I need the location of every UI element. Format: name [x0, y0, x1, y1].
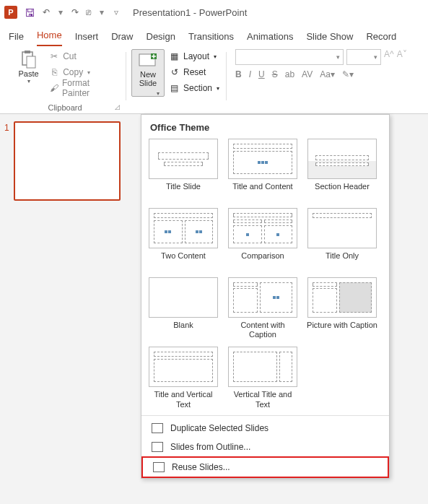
- reset-icon: ↺: [169, 66, 180, 78]
- chevron-down-icon: ▾: [336, 53, 340, 61]
- ribbon-tabs: File Home Insert Draw Design Transitions…: [0, 25, 428, 46]
- bold-button[interactable]: B: [235, 69, 242, 79]
- text-shadow-button[interactable]: ab: [285, 69, 294, 79]
- copy-button[interactable]: ⎘Copy▾: [47, 65, 117, 79]
- cut-button[interactable]: ✂Cut: [47, 49, 117, 64]
- layout-icon: ▦: [169, 51, 180, 62]
- quick-access-toolbar: 🖫 ↶ ▾ ↷ ⎚ ▾ ▿: [25, 6, 120, 19]
- save-icon[interactable]: 🖫: [25, 6, 35, 19]
- italic-button[interactable]: I: [249, 69, 251, 79]
- grow-font-icon[interactable]: A^: [384, 49, 394, 65]
- layout-content-caption[interactable]: Content with Caption: [227, 277, 299, 339]
- clipboard-group-label: Clipboard: [7, 103, 123, 112]
- layout-title-slide[interactable]: Title Slide: [147, 139, 219, 201]
- slide-thumbnail[interactable]: 1: [4, 121, 133, 201]
- clipboard-launcher-icon[interactable]: ◿: [115, 103, 120, 110]
- font-size-select[interactable]: ▾: [346, 49, 381, 65]
- redo-icon[interactable]: ↷: [71, 7, 79, 17]
- new-slide-label: New Slide: [139, 70, 157, 87]
- tab-slideshow[interactable]: Slide Show: [306, 31, 353, 46]
- group-slides: New Slide ▾ ▦Layout▾ ↺Reset ▤Section▾: [129, 49, 223, 113]
- layout-section-header[interactable]: Section Header: [306, 139, 378, 201]
- new-slide-dropdown: Office Theme Title Slide Title and Conte…: [141, 114, 390, 479]
- paste-icon: [19, 51, 39, 69]
- section-button[interactable]: ▤Section▾: [167, 81, 221, 95]
- paste-label: Paste: [18, 69, 38, 78]
- svg-rect-2: [27, 56, 35, 68]
- title-bar: P 🖫 ↶ ▾ ↷ ⎚ ▾ ▿ Presentation1 - PowerPoi…: [0, 0, 428, 25]
- strike-button[interactable]: S: [272, 69, 278, 79]
- layout-vertical-title-text[interactable]: Vertical Title and Text: [227, 347, 299, 409]
- layout-button[interactable]: ▦Layout▾: [167, 49, 221, 64]
- section-icon: ▤: [169, 82, 180, 94]
- paste-button[interactable]: Paste ▾: [13, 49, 44, 97]
- brush-icon: 🖌: [48, 82, 59, 94]
- chevron-down-icon: ▾: [374, 53, 377, 61]
- group-clipboard: Paste ▾ ✂Cut ⎘Copy▾ 🖌Format Painter Clip…: [7, 49, 123, 113]
- format-painter-button[interactable]: 🖌Format Painter: [47, 81, 117, 95]
- ribbon: Paste ▾ ✂Cut ⎘Copy▾ 🖌Format Painter Clip…: [0, 46, 428, 114]
- change-case-button[interactable]: Aa▾: [320, 69, 335, 79]
- layout-title-only[interactable]: Title Only: [306, 208, 378, 270]
- char-spacing-button[interactable]: AV: [302, 69, 313, 79]
- chevron-down-icon: ▾: [27, 78, 30, 84]
- layout-comparison[interactable]: Comparison: [227, 208, 299, 270]
- cut-icon: ✂: [48, 51, 60, 62]
- shrink-font-icon[interactable]: A˅: [397, 49, 407, 65]
- slides-from-outline-item[interactable]: Slides from Outline...: [141, 438, 389, 456]
- layout-blank[interactable]: Blank: [147, 277, 219, 339]
- layout-title-vertical-text[interactable]: Title and Vertical Text: [147, 347, 219, 409]
- app-icon: P: [4, 6, 17, 19]
- slide-preview[interactable]: [14, 121, 121, 201]
- layout-gallery: Title Slide Title and Content Section He…: [141, 136, 389, 412]
- reuse-slides-item[interactable]: Reuse Slides...: [141, 456, 389, 478]
- new-slide-icon: [138, 51, 158, 70]
- layout-title-content[interactable]: Title and Content: [227, 139, 299, 201]
- layout-two-content[interactable]: Two Content: [147, 208, 219, 270]
- svg-rect-1: [25, 51, 30, 53]
- chevron-down-icon: ▾: [157, 90, 160, 97]
- tab-file[interactable]: File: [9, 31, 24, 46]
- outline-icon: [152, 442, 163, 452]
- tab-record[interactable]: Record: [366, 31, 396, 46]
- highlight-button[interactable]: ✎▾: [342, 69, 354, 79]
- dropdown-theme-header: Office Theme: [141, 115, 389, 136]
- qat-overflow-icon[interactable]: ▿: [114, 7, 118, 17]
- present-icon[interactable]: ⎚: [86, 7, 91, 17]
- underline-button[interactable]: U: [258, 69, 265, 79]
- slide-thumbnail-pane[interactable]: 1: [0, 114, 137, 504]
- duplicate-slides-item[interactable]: Duplicate Selected Slides: [141, 419, 389, 438]
- tab-draw[interactable]: Draw: [111, 31, 133, 46]
- window-title: Presentation1 - PowerPoint: [133, 7, 247, 18]
- font-family-select[interactable]: ▾: [235, 49, 344, 65]
- layout-picture-caption[interactable]: Picture with Caption: [306, 277, 378, 339]
- duplicate-icon: [152, 423, 163, 433]
- tab-transitions[interactable]: Transitions: [188, 31, 234, 46]
- tab-design[interactable]: Design: [147, 31, 175, 46]
- tab-animations[interactable]: Animations: [247, 31, 293, 46]
- group-font: ▾ ▾ A^ A˅ B I U S ab AV Aa▾ ✎▾: [230, 49, 413, 113]
- tab-insert[interactable]: Insert: [75, 31, 99, 46]
- new-slide-button[interactable]: New Slide ▾: [131, 49, 165, 97]
- slide-number: 1: [4, 123, 9, 201]
- reuse-icon: [153, 462, 165, 472]
- tab-home[interactable]: Home: [37, 30, 62, 46]
- undo-icon[interactable]: ↶: [43, 7, 50, 17]
- copy-icon: ⎘: [48, 66, 60, 78]
- reset-button[interactable]: ↺Reset: [167, 65, 221, 79]
